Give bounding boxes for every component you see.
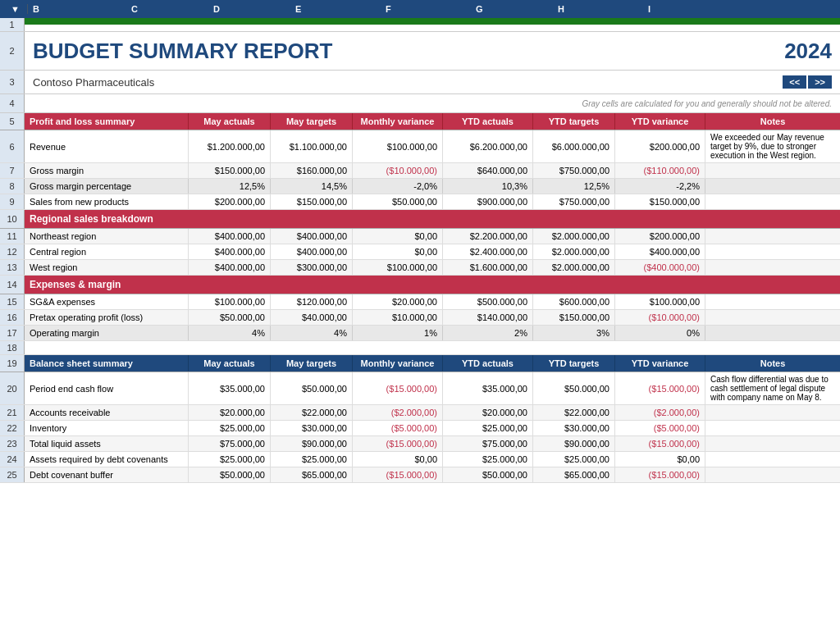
inventory-may-actuals: $25.000,00 [189,421,271,435]
balance-col-may-actuals: May actuals [189,355,271,372]
northeast-monthly-var: $0,00 [353,229,443,244]
sga-may-actuals: $100.000,00 [189,294,271,309]
northeast-ytd-actuals: $2.200.000,00 [443,229,533,244]
west-notes [705,260,840,275]
gmpct-ytd-actuals: 10,3% [443,179,533,194]
sfnp-label: Sales from new products [25,194,189,209]
revenue-ytd-targets: $6.000.000,00 [533,130,615,162]
tla-ytd-targets: $90.000,00 [533,436,615,451]
row1-bar [25,18,840,25]
ardc-label: Assets required by debt covenants [25,452,189,467]
grossmargin-may-actuals: $150.000,00 [189,163,271,178]
ardc-ytd-targets: $25.000,00 [533,452,615,467]
rownum-10: 10 [0,210,25,228]
west-ytd-var: ($400.000,00) [615,260,705,275]
dcb-ytd-var: ($15.000,00) [615,467,705,482]
tla-ytd-actuals: $75.000,00 [443,436,533,451]
tla-ytd-var: ($15.000,00) [615,436,705,451]
col-d: D [208,4,290,14]
pnl-col-notes: Notes [705,113,840,130]
rownum-24: 24 [0,452,25,467]
regional-section-label: Regional sales breakdown [25,210,840,228]
opmargin-ytd-actuals: 2% [443,326,533,340]
balance-col-notes: Notes [705,355,840,372]
northeast-ytd-var: $200.000,00 [615,229,705,244]
ardc-may-actuals: $25.000,00 [189,452,271,467]
dcb-may-actuals: $50.000,00 [189,467,271,482]
opmargin-ytd-targets: 3% [533,326,615,340]
row-19-balance-header: 19 Balance sheet summary May actuals May… [0,355,840,372]
rownum-23: 23 [0,436,25,451]
rownum-21: 21 [0,405,25,420]
grossmargin-ytd-targets: $750.000,00 [533,163,615,178]
rownum-9: 9 [0,194,25,209]
inventory-ytd-actuals: $25.000,00 [443,421,533,435]
revenue-may-actuals: $1.200.000,00 [189,130,271,162]
spreadsheet: ▼ B C D E F G H I 1 2 BUDGET SUMMARY REP… [0,0,840,483]
tla-may-actuals: $75.000,00 [189,436,271,451]
rownum-18: 18 [0,341,25,354]
ar-notes [705,405,840,420]
row-12: 12 Central region $400.000,00 $400.000,0… [0,244,840,260]
rownum-13: 13 [0,260,25,275]
tla-monthly-var: ($15.000,00) [353,436,443,451]
rownum-22: 22 [0,421,25,435]
inventory-ytd-targets: $30.000,00 [533,421,615,435]
gmpct-monthly-var: -2,0% [353,179,443,194]
revenue-ytd-var: $200.000,00 [615,130,705,162]
nav-back-button[interactable]: << [783,75,806,89]
pretax-may-targets: $40.000,00 [271,310,353,325]
balance-section-label: Balance sheet summary [25,355,189,372]
dcb-monthly-var: ($15.000,00) [353,467,443,482]
central-ytd-actuals: $2.400.000,00 [443,244,533,259]
central-notes [705,244,840,259]
col-f: F [381,4,471,14]
cashflow-monthly-var: ($15.000,00) [353,372,443,404]
tla-label: Total liquid assets [25,436,189,451]
ar-ytd-actuals: $20.000,00 [443,405,533,420]
rownum-14: 14 [0,276,25,294]
pnl-col-ytd-var: YTD variance [615,113,705,130]
rownum-7: 7 [0,163,25,178]
opmargin-may-targets: 4% [271,326,353,340]
gmpct-notes [705,179,840,194]
ar-label: Accounts receivable [25,405,189,420]
ar-ytd-var: ($2.000,00) [615,405,705,420]
rownum-8: 8 [0,179,25,194]
pretax-ytd-actuals: $140.000,00 [443,310,533,325]
grossmargin-notes [705,163,840,178]
expenses-section-label: Expenses & margin [25,276,840,294]
opmargin-ytd-var: 0% [615,326,705,340]
grossmargin-monthly-var: ($10.000,00) [353,163,443,178]
rownum-6: 6 [0,130,25,162]
central-ytd-var: $400.000,00 [615,244,705,259]
ardc-notes [705,452,840,467]
row-21: 21 Accounts receivable $20.000,00 $22.00… [0,405,840,421]
balance-col-ytd-targets: YTD targets [533,355,615,372]
pnl-col-ytd-targets: YTD targets [533,113,615,130]
central-label: Central region [25,244,189,259]
sfnp-monthly-var: $50.000,00 [353,194,443,209]
sga-monthly-var: $20.000,00 [353,294,443,309]
sga-may-targets: $120.000,00 [271,294,353,309]
row-16: 16 Pretax operating profit (loss) $50.00… [0,310,840,326]
cashflow-may-targets: $50.000,00 [271,372,353,404]
balance-col-may-targets: May targets [271,355,353,372]
pnl-col-monthly-var: Monthly variance [353,113,443,130]
pretax-ytd-targets: $150.000,00 [533,310,615,325]
revenue-label: Revenue [25,130,189,162]
ardc-may-targets: $25.000,00 [271,452,353,467]
gmpct-may-targets: 14,5% [271,179,353,194]
revenue-monthly-var: $100.000,00 [353,130,443,162]
northeast-may-actuals: $400.000,00 [189,229,271,244]
rownum-15: 15 [0,294,25,309]
gmpct-label: Gross margin percentage [25,179,189,194]
row-22: 22 Inventory $25.000,00 $30.000,00 ($5.0… [0,421,840,436]
sfnp-may-actuals: $200.000,00 [189,194,271,209]
row-5-pnl-header: 5 Profit and loss summary May actuals Ma… [0,113,840,130]
grossmargin-ytd-actuals: $640.000,00 [443,163,533,178]
northeast-notes [705,229,840,244]
column-header-bar: ▼ B C D E F G H I [0,0,840,18]
nav-forward-button[interactable]: >> [808,75,832,89]
row-11: 11 Northeast region $400.000,00 $400.000… [0,229,840,244]
